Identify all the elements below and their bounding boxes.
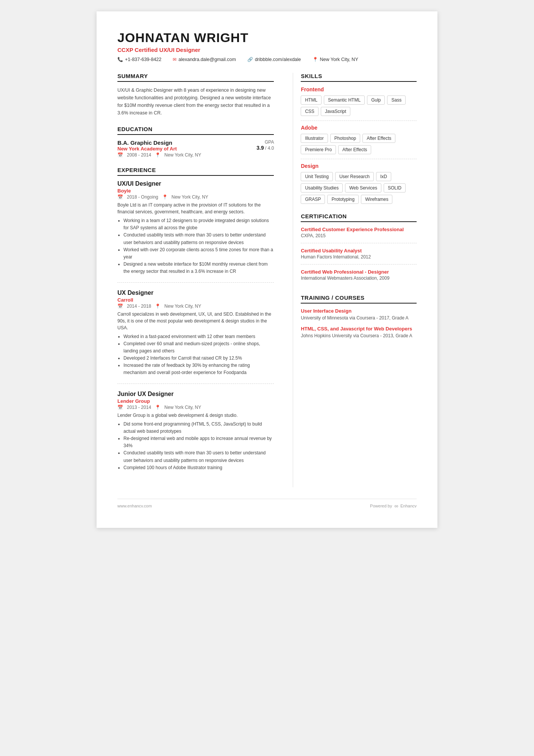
cert-name-1: Certified Usability Analyst	[301, 248, 417, 254]
exp-years-1: 2014 - 2018	[127, 304, 151, 309]
skill-tag: Unit Testing	[301, 172, 333, 181]
phone-icon: 📞	[117, 57, 123, 62]
exp-desc-1: Carroll specializes in web development, …	[117, 311, 274, 331]
bullet-item: Completed over 60 small and medium-sized…	[123, 340, 274, 355]
training-name-1: HTML, CSS, and Javascript for Web Develo…	[301, 326, 417, 332]
training-item-1: HTML, CSS, and Javascript for Web Develo…	[301, 326, 417, 339]
education-section: EDUCATION B.A. Graphic Design New York A…	[117, 126, 274, 158]
location-text: New York City, NY	[320, 57, 358, 62]
bullet-item: Conducted usability tests with more than…	[123, 232, 274, 246]
skill-tag: SOLID	[384, 183, 406, 193]
resume-page: JOHNATAN WRIGHT CCXP Certified UX/UI Des…	[97, 11, 437, 528]
training-section: TRAINING / COURSES User Interface Design…	[301, 294, 417, 339]
bullet-item: Conducted usability tests with more than…	[123, 449, 274, 464]
exp-meta-1: 📅 2014 - 2018 📍 New York City, NY	[117, 304, 274, 309]
exp-location-2: New York City, NY	[164, 405, 201, 410]
adobe-tags: Illustrator Photoshop After Effects Prem…	[301, 134, 417, 154]
footer-website: www.enhancv.com	[117, 504, 152, 508]
exp-meta-2: 📅 2013 - 2014 📍 New York City, NY	[117, 405, 274, 410]
exp-company-1: Carroll	[117, 297, 274, 303]
location-contact: 📍 New York City, NY	[312, 57, 358, 62]
exp-bullets-1: Worked in a fast-paced environment with …	[117, 333, 274, 377]
skill-tag: Wireframes	[361, 195, 392, 204]
edu-school: New York Academy of Art	[117, 146, 201, 152]
education-details: B.A. Graphic Design New York Academy of …	[117, 139, 201, 158]
edu-gpa-number: 3.9	[256, 145, 264, 151]
exp-bullets-2: Did some front-end programming (HTML 5, …	[117, 421, 274, 471]
summary-section: SUMMARY UX/UI & Graphic Designer with 8 …	[117, 73, 274, 117]
main-content: SUMMARY UX/UI & Graphic Designer with 8 …	[117, 73, 417, 487]
right-column: SKILLS Frontend HTML Semantic HTML Gulp …	[293, 73, 417, 487]
edu-calendar-icon: 📅	[117, 152, 123, 158]
edu-meta: 📅 2008 - 2014 📍 New York City, NY	[117, 152, 201, 158]
bullet-item: Developed 2 Interfaces for Carroll that …	[123, 355, 274, 362]
exp-desc-2: Lender Group is a global web development…	[117, 412, 274, 419]
cert-meta-2: International Webmasters Association, 20…	[301, 275, 417, 281]
skill-tag: Photoshop	[330, 134, 360, 143]
contact-info: 📞 +1-837-639-8422 ✉ alexandra.dale@gmail…	[117, 57, 417, 62]
skill-tag: After Effects	[362, 134, 395, 143]
exp-desc-0: Boyle Ltd is an IT company active in the…	[117, 202, 274, 215]
experience-section: EXPERIENCE UX/UI Designer Boyle 📅 2018 -…	[117, 167, 274, 478]
exp-role-2: Junior UX Designer	[117, 391, 274, 398]
edu-degree: B.A. Graphic Design	[117, 139, 201, 146]
header: JOHNATAN WRIGHT CCXP Certified UX/UI Des…	[117, 30, 417, 62]
edu-gpa-separator: /	[265, 146, 268, 151]
exp-location-1: New York City, NY	[164, 304, 201, 309]
skill-tag: Gulp	[367, 95, 385, 105]
exp-cal-icon-1: 📅	[117, 304, 123, 309]
skill-tag: IxD	[376, 172, 391, 181]
edu-years: 2008 - 2014	[127, 152, 151, 158]
edu-gpa-max: 4.0	[268, 146, 274, 151]
skill-category-design: Design	[301, 163, 417, 169]
phone-contact: 📞 +1-837-639-8422	[117, 57, 161, 62]
bullet-item: Completed 100 hours of Adobe Illustrator…	[123, 464, 274, 471]
edu-gpa-value: 3.9 / 4.0	[256, 145, 274, 151]
skill-tag: User Research	[335, 172, 374, 181]
summary-text: UX/UI & Graphic Designer with 8 years of…	[117, 86, 274, 117]
bullet-item: Designed a new website interface for $10…	[123, 261, 274, 275]
cert-name-0: Certified Customer Experience Profession…	[301, 227, 417, 232]
skill-tag: Premiere Pro	[301, 145, 336, 154]
design-tags: Unit Testing User Research IxD Usability…	[301, 172, 417, 204]
exp-loc-icon-2: 📍	[155, 405, 161, 410]
left-column: SUMMARY UX/UI & Graphic Designer with 8 …	[117, 73, 274, 487]
skills-title: SKILLS	[301, 73, 417, 82]
skill-category-adobe: Adobe	[301, 125, 417, 131]
edu-location-icon: 📍	[155, 152, 161, 158]
experience-item-0: UX/UI Designer Boyle 📅 2018 - Ongoing 📍 …	[117, 180, 274, 283]
exp-company-0: Boyle	[117, 188, 274, 194]
bullet-item: Working in a team of 12 designers to pro…	[123, 217, 274, 232]
email-icon: ✉	[173, 57, 176, 62]
job-title: CCXP Certified UX/UI Designer	[117, 47, 417, 53]
exp-cal-icon-2: 📅	[117, 405, 123, 410]
cert-meta-1: Human Factors International, 2012	[301, 254, 417, 260]
cert-item-2: Certified Web Professional - Designer In…	[301, 269, 417, 285]
skills-divider	[301, 159, 417, 159]
bullet-item: Increased the rate of feedback by 30% by…	[123, 362, 274, 376]
training-meta-1: Johns Hopkins University via Coursera - …	[301, 332, 417, 339]
education-title: EDUCATION	[117, 126, 274, 135]
skill-tag: HTML	[301, 95, 322, 105]
training-meta-0: University of Minnesota via Coursera - 2…	[301, 315, 417, 321]
skill-tag: Usability Studies	[301, 183, 343, 193]
exp-bullets-0: Working in a team of 12 designers to pro…	[117, 217, 274, 275]
experience-title: EXPERIENCE	[117, 167, 274, 176]
link-icon: 🔗	[247, 57, 253, 62]
exp-meta-0: 📅 2018 - Ongoing 📍 New York City, NY	[117, 194, 274, 200]
skill-tag: JavaScript	[321, 107, 350, 116]
skill-tag: Prototyping	[327, 195, 359, 204]
exp-company-2: Lender Group	[117, 398, 274, 404]
education-item: B.A. Graphic Design New York Academy of …	[117, 139, 274, 158]
edu-location: New York City, NY	[164, 152, 201, 158]
skill-tag: Semantic HTML	[324, 95, 365, 105]
cert-item-0: Certified Customer Experience Profession…	[301, 227, 417, 243]
skill-tag: After Effects	[338, 145, 371, 154]
skill-tag: GRASP	[301, 195, 325, 204]
exp-location-0: New York City, NY	[172, 194, 208, 200]
edu-gpa-block: GPA 3.9 / 4.0	[256, 139, 274, 151]
exp-cal-icon-0: 📅	[117, 194, 123, 200]
skill-tag: Web Services	[345, 183, 381, 193]
cert-name-2: Certified Web Professional - Designer	[301, 269, 417, 275]
skills-section: SKILLS Frontend HTML Semantic HTML Gulp …	[301, 73, 417, 204]
